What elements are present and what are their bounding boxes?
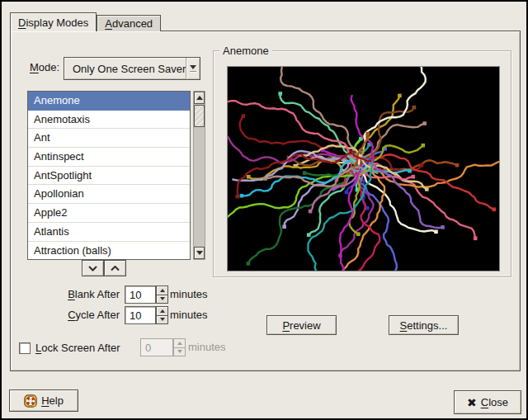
preview-group: Anemone [213,50,512,277]
arrow-down-icon [196,251,203,255]
tab-advanced[interactable]: Advanced [97,15,161,31]
spin-up-icon [173,338,186,348]
close-button[interactable]: ✖ Close [454,390,521,414]
mode-dropdown-value: Only One Screen Saver [64,63,186,75]
blank-after-label: Blank After [19,286,120,304]
move-down-button[interactable] [82,260,104,276]
tab-display-modes[interactable]: Display Modes [10,12,97,31]
lock-after-input[interactable] [140,338,173,356]
settings-button[interactable]: Settings... [389,315,459,335]
cycle-after-unit: minutes [170,306,208,324]
tab-bar: Display Modes Advanced [10,12,161,31]
blank-after-input[interactable] [125,286,156,304]
cycle-after-label: Cycle After [19,306,120,324]
blank-after-unit: minutes [170,286,208,304]
screensaver-list[interactable]: AnemoneAnemotaxisAntAntinspectAntSpotlig… [27,91,191,260]
list-item[interactable]: Attraction (balls) [28,242,190,261]
list-item[interactable]: Apollonian [28,185,190,204]
screensaver-preferences-dialog: Display Modes Advanced Mode: Only One Sc… [0,0,528,420]
list-scrollbar[interactable] [193,91,205,260]
lock-after-unit: minutes [188,338,226,356]
blank-after-spinner[interactable] [156,286,168,304]
mode-dropdown[interactable]: Only One Screen Saver [64,57,200,80]
chevron-up-icon [111,266,120,271]
list-item[interactable]: AntSpotlight [28,167,190,186]
mode-label: Mode: [30,56,59,79]
scrollbar-thumb[interactable] [194,105,205,127]
spin-down-icon [173,348,186,357]
preview-group-title: Anemone [219,45,272,57]
scrollbar-track[interactable] [194,127,205,247]
list-item[interactable]: Apple2 [28,204,190,223]
list-item[interactable]: Antinspect [28,148,190,167]
list-item[interactable]: Atlantis [28,223,190,242]
lock-screen-label: Lock Screen After [35,339,120,357]
close-x-icon: ✖ [467,397,477,408]
lock-after-spinner[interactable] [173,338,186,356]
spin-up-icon[interactable] [156,286,168,295]
list-item[interactable]: Anemotaxis [28,111,190,130]
help-lifebuoy-icon [24,394,37,408]
spin-down-icon[interactable] [156,316,168,325]
cycle-after-spinner[interactable] [156,306,168,324]
lock-screen-checkbox[interactable] [19,342,31,354]
scroll-up-button[interactable] [194,92,205,104]
help-button[interactable]: Help [9,389,78,412]
preview-button[interactable]: Preview [266,315,337,335]
scroll-down-button[interactable] [194,247,205,259]
move-up-button[interactable] [104,260,126,276]
dropdown-arrow-icon [186,65,200,73]
arrow-up-icon [196,96,203,100]
display-modes-panel: Mode: Only One Screen Saver AnemoneAnemo… [10,31,521,371]
list-item[interactable]: Anemone [28,92,190,111]
spin-down-icon[interactable] [156,295,168,304]
cycle-after-input[interactable] [125,306,156,324]
preview-canvas [227,66,500,271]
chevron-down-icon [88,266,97,271]
spin-up-icon[interactable] [156,306,168,316]
list-item[interactable]: Ant [28,129,190,148]
